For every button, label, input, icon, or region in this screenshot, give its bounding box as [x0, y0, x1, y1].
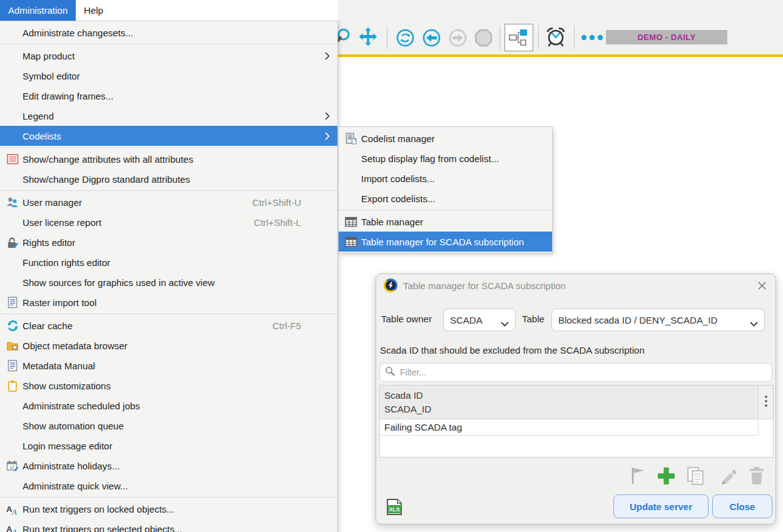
chevron-down-icon: [501, 318, 509, 329]
menu-item-symbol-editor[interactable]: Symbol editor: [0, 66, 337, 86]
menu-item-run-text-triggers-on-selected-objects[interactable]: AARun text triggers on selected objects.…: [0, 519, 337, 532]
menu-item-legend[interactable]: Legend: [0, 106, 337, 126]
menu-item-show-change-digpro-standard-attributes[interactable]: Show/change Digpro standard attributes: [0, 169, 337, 189]
stop-icon[interactable]: [474, 28, 493, 48]
menu-item-metadata-manual[interactable]: Metadata Manual: [0, 356, 337, 376]
pan-icon[interactable]: [358, 27, 378, 47]
export-xls-icon[interactable]: XLS: [386, 498, 402, 518]
topology-icon: [509, 28, 529, 47]
menu-item-administrate-holidays[interactable]: 12Administrate holidays...: [0, 456, 337, 476]
menu-item-label: Table manager: [361, 217, 535, 227]
close-button[interactable]: Close: [712, 494, 772, 518]
toolbar-separator: [387, 26, 387, 49]
menu-separator: [0, 497, 337, 498]
back-icon[interactable]: [422, 28, 441, 48]
menu-item-function-rights-editor[interactable]: Function rights editor: [0, 252, 337, 272]
menu-item-show-change-attributes-with-all-attributes[interactable]: Show/change attributes with all attribut…: [0, 149, 337, 169]
table-manager-scada-dialog: Table manager for SCADA subscription Tab…: [376, 274, 776, 524]
menu-separator: [0, 147, 337, 148]
menu-item-show-customizations[interactable]: Show customizations: [0, 376, 337, 396]
table-cell: Failing SCADA tag: [384, 422, 462, 432]
menu-item-export-codelists[interactable]: Export codelists...: [339, 188, 552, 208]
refresh-icon[interactable]: [396, 28, 415, 48]
menu-item-user-manager[interactable]: User managerCtrl+Shift-U: [0, 192, 337, 212]
svg-text:XLS: XLS: [389, 506, 400, 513]
menu-item-icon-slot: [344, 152, 359, 165]
menu-item-label: Object metadata browser: [23, 340, 320, 351]
table-select[interactable]: Blocked scada ID / DENY_SCADA_ID: [551, 309, 765, 331]
menubar-item-administration[interactable]: Administration: [0, 0, 76, 21]
menu-item-icon-slot: [5, 110, 20, 122]
flag-icon[interactable]: [628, 466, 648, 486]
forward-icon[interactable]: [448, 28, 468, 48]
add-icon[interactable]: [656, 466, 676, 486]
menu-item-run-text-triggers-on-locked-objects[interactable]: AARun text triggers on locked objects...: [0, 499, 337, 519]
toolbar-separator: [499, 26, 500, 49]
submenu-chevron-icon: [320, 132, 330, 140]
more-options-icon[interactable]: [581, 34, 603, 41]
menu-item-import-codelists[interactable]: Import codelists...: [339, 168, 552, 188]
copy-icon[interactable]: [685, 466, 705, 486]
alarm-clock-icon[interactable]: [545, 26, 566, 48]
menu-item-clear-cache[interactable]: Clear cacheCtrl-F5: [0, 315, 337, 335]
menu-item-label: Function rights editor: [23, 257, 320, 268]
menu-item-show-automation-queue[interactable]: Show automation queue: [0, 416, 337, 436]
filter-input[interactable]: [399, 367, 767, 378]
menu-item-label: Export codelists...: [361, 193, 535, 204]
codelists-submenu: Codelist managerSetup display flag from …: [338, 126, 553, 253]
filter-field[interactable]: [379, 363, 772, 382]
menu-item-administrate-changesets[interactable]: Administrate changesets...: [0, 23, 337, 43]
menu-item-raster-import-tool[interactable]: Raster import tool: [0, 292, 337, 312]
menu-item-icon-slot: [5, 439, 20, 452]
text-trigger-icon: AA: [5, 523, 20, 532]
menu-item-icon-slot: [5, 399, 20, 412]
menu-item-user-license-report[interactable]: User license reportCtrl+Shift-L: [0, 212, 337, 232]
folder-icon: [5, 339, 20, 352]
menu-item-shortcut: Ctrl+Shift-U: [252, 197, 301, 208]
lock-check-icon: [5, 236, 20, 248]
topology-button[interactable]: [504, 24, 533, 51]
menu-item-icon-slot: [5, 90, 20, 102]
table-column-header: Scada ID SCADA_ID: [380, 386, 759, 419]
close-icon[interactable]: [755, 279, 768, 292]
menu-item-label: Edit drawing frames...: [23, 91, 320, 101]
dialog-title: Table manager for SCADA subscription: [403, 280, 755, 291]
users-icon: [5, 196, 20, 208]
menu-item-administrate-quick-view[interactable]: Administrate quick view...: [0, 476, 337, 496]
table-owner-select[interactable]: SCADA: [443, 309, 516, 331]
menu-item-show-sources-for-graphics-used-in-active-view[interactable]: Show sources for graphics used in active…: [0, 272, 337, 292]
menu-item-setup-display-flag-from-codelist[interactable]: Setup display flag from codelist...: [339, 148, 552, 168]
menu-item-table-manager[interactable]: Table manager: [339, 212, 552, 232]
toolbar-separator: [574, 26, 575, 49]
delete-icon[interactable]: [747, 466, 767, 486]
menu-item-table-manager-for-scada-subscription[interactable]: Table manager for SCADA subscription: [339, 232, 552, 252]
environment-label: DEMO - DAILY: [637, 33, 695, 42]
menu-item-administrate-scheduled-jobs[interactable]: Administrate scheduled jobs: [0, 396, 337, 416]
column-title: Scada ID: [384, 389, 758, 402]
menu-item-icon-slot: [5, 216, 20, 228]
menu-item-label: Metadata Manual: [23, 361, 320, 371]
edit-icon[interactable]: [717, 466, 737, 486]
menu-item-icon-slot: [5, 276, 20, 289]
menu-item-map-product[interactable]: Map product: [0, 46, 337, 66]
menu-item-label: Show automation queue: [23, 421, 320, 431]
table-owner-label: Table owner: [381, 314, 432, 324]
kebab-menu-icon[interactable]: [765, 396, 767, 409]
column-options-rail: [759, 386, 773, 419]
table-row[interactable]: Failing SCADA tag: [380, 419, 759, 436]
menu-item-edit-drawing-frames[interactable]: Edit drawing frames...: [0, 86, 337, 106]
update-server-button[interactable]: Update server: [613, 494, 709, 518]
menu-item-codelists[interactable]: Codelists: [0, 126, 337, 146]
menubar-item-help[interactable]: Help: [76, 0, 111, 21]
menu-item-login-message-editor[interactable]: Login message editor: [0, 436, 337, 456]
environment-badge: DEMO - DAILY: [606, 30, 727, 44]
menu-item-icon-slot: [5, 479, 20, 492]
submenu-chevron-icon: [320, 112, 330, 120]
menu-item-object-metadata-browser[interactable]: Object metadata browser: [0, 335, 337, 356]
dialog-titlebar: Table manager for SCADA subscription: [376, 274, 775, 297]
document-icon: [5, 296, 20, 309]
menu-item-label: Rights editor: [23, 237, 320, 248]
menu-item-codelist-manager[interactable]: Codelist manager: [339, 128, 552, 148]
menu-item-label: Symbol editor: [23, 71, 320, 81]
menu-item-rights-editor[interactable]: Rights editor: [0, 232, 337, 252]
